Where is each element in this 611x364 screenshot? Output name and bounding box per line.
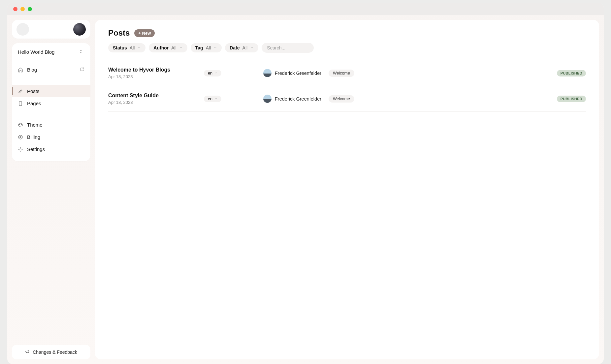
sidebar-item-label: Billing	[27, 134, 40, 140]
blog-selector[interactable]: Hello World Blog	[12, 43, 90, 60]
chevron-down-icon	[137, 45, 141, 50]
post-title: Content Style Guide	[108, 93, 204, 99]
sidebar-header	[12, 20, 90, 39]
filter-author[interactable]: Author All	[149, 43, 187, 52]
post-date: Apr 18, 2023	[108, 100, 204, 105]
chevron-up-down-icon	[79, 49, 83, 55]
author-name: Frederick Greenfelder	[275, 96, 321, 102]
pencil-icon	[18, 89, 23, 94]
window-close-icon[interactable]	[13, 7, 17, 11]
sidebar-nav: Hello World Blog Blog	[12, 43, 90, 161]
author-avatar	[263, 95, 272, 103]
sidebar-item-theme[interactable]: Theme	[12, 119, 90, 131]
language-code: en	[208, 97, 212, 101]
filter-label: Status	[113, 45, 127, 50]
filter-date[interactable]: Date All	[225, 43, 258, 52]
filter-bar: Status All Author All Tag All Date All	[108, 43, 586, 53]
chevron-down-icon	[214, 72, 217, 75]
palette-icon	[18, 122, 23, 128]
chevron-down-icon	[179, 45, 183, 50]
language-pill[interactable]: en	[204, 70, 221, 76]
sidebar-item-settings[interactable]: Settings	[12, 143, 90, 155]
sidebar-item-label: Theme	[27, 122, 43, 128]
sidebar-item-label: Blog	[27, 67, 37, 73]
app-window: Hello World Blog Blog	[7, 3, 604, 364]
window-titlebar	[7, 3, 604, 15]
search-input[interactable]	[262, 43, 314, 53]
megaphone-icon	[25, 349, 30, 355]
language-pill[interactable]: en	[204, 96, 221, 102]
status-badge: PUBLISHED	[557, 96, 586, 102]
sidebar: Hello World Blog Blog	[12, 20, 90, 359]
filter-label: Date	[230, 45, 240, 50]
filter-label: Tag	[195, 45, 203, 50]
window-maximize-icon[interactable]	[28, 7, 32, 11]
sidebar-item-label: Settings	[27, 146, 45, 152]
new-post-button[interactable]: + New	[134, 29, 155, 37]
sidebar-item-posts[interactable]: Posts	[12, 85, 90, 97]
feedback-label: Changes & Feedback	[33, 349, 77, 355]
post-date: Apr 18, 2023	[108, 74, 204, 79]
chevron-down-icon	[214, 97, 217, 100]
chevron-down-icon	[250, 45, 254, 50]
filter-value: All	[242, 45, 248, 50]
filter-value: All	[130, 45, 135, 50]
post-title: Welcome to Hyvor Blogs	[108, 67, 204, 73]
feedback-button[interactable]: Changes & Feedback	[12, 345, 90, 359]
sidebar-item-billing[interactable]: Billing	[12, 131, 90, 143]
svg-point-6	[21, 124, 21, 125]
filter-status[interactable]: Status All	[108, 43, 145, 52]
sidebar-footer: Changes & Feedback	[12, 345, 90, 359]
post-row[interactable]: Welcome to Hyvor Blogs Apr 18, 2023 en F…	[108, 60, 586, 86]
home-icon	[18, 67, 23, 73]
filter-label: Author	[153, 45, 169, 50]
blog-name: Hello World Blog	[18, 49, 54, 55]
post-row[interactable]: Content Style Guide Apr 18, 2023 en Fred…	[108, 86, 586, 112]
svg-point-5	[20, 124, 20, 124]
page-header: Posts + New	[108, 28, 586, 38]
sidebar-item-blog[interactable]: Blog	[12, 64, 90, 76]
gear-icon	[18, 147, 23, 152]
dollar-icon	[18, 135, 23, 140]
user-avatar[interactable]	[73, 23, 86, 36]
page-title: Posts	[108, 28, 130, 38]
app-logo[interactable]	[16, 23, 29, 36]
filter-value: All	[206, 45, 211, 50]
svg-point-4	[19, 124, 20, 125]
sidebar-item-label: Pages	[27, 101, 41, 106]
status-badge: PUBLISHED	[557, 70, 586, 76]
filter-tag[interactable]: Tag All	[191, 43, 222, 52]
filter-value: All	[171, 45, 177, 50]
svg-rect-3	[19, 102, 22, 106]
sidebar-item-pages[interactable]: Pages	[12, 97, 90, 109]
language-code: en	[208, 71, 212, 76]
main-panel: Posts + New Status All Author All Tag Al…	[95, 20, 599, 359]
svg-point-8	[20, 149, 21, 150]
author-name: Frederick Greenfelder	[275, 71, 321, 76]
external-link-icon[interactable]	[80, 67, 84, 73]
tag-pill[interactable]: Welcome	[329, 95, 354, 103]
window-minimize-icon[interactable]	[20, 7, 25, 11]
divider	[18, 60, 84, 60]
tag-pill[interactable]: Welcome	[329, 70, 354, 77]
chevron-down-icon	[213, 45, 217, 50]
page-icon	[18, 101, 23, 106]
sidebar-item-label: Posts	[27, 88, 40, 94]
app-content: Hello World Blog Blog	[7, 15, 604, 364]
author-avatar	[263, 69, 272, 77]
